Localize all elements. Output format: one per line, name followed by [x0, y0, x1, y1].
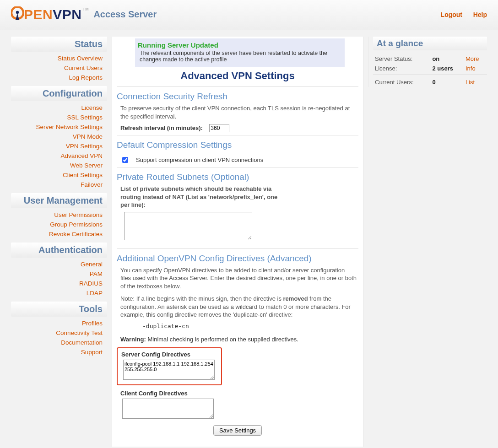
- nav-head-config: Configuration: [11, 86, 107, 101]
- glance-status-label: Server Status:: [373, 54, 430, 64]
- nav-profiles[interactable]: Profiles: [11, 318, 107, 328]
- refresh-interval-input[interactable]: [209, 124, 229, 132]
- directives-desc2: Note: If a line begins with the minus si…: [117, 295, 358, 319]
- topbar: PENVPNTM Access Server Logout Help: [0, 0, 498, 30]
- glance-status-value: on: [430, 54, 464, 64]
- logo-text-pen: PEN: [24, 7, 53, 22]
- subnets-textarea[interactable]: [124, 212, 252, 240]
- glance-users-label: Current Users:: [373, 75, 430, 87]
- save-settings-button[interactable]: Save Settings: [213, 425, 262, 436]
- glance-head: At a glance: [373, 37, 487, 50]
- logo-tm: TM: [82, 7, 89, 11]
- logo: PENVPNTM Access Server: [11, 6, 157, 23]
- refresh-label: Refresh interval (in minutes):: [120, 124, 203, 131]
- server-directives-highlight: Server Config Directives: [117, 347, 222, 385]
- nav-head-usermgmt: User Management: [11, 193, 107, 208]
- nav-failover[interactable]: Failover: [11, 180, 107, 189]
- nav-license[interactable]: License: [11, 103, 107, 113]
- directive-example: -duplicate-cn: [142, 323, 358, 329]
- nav-connectivity-test[interactable]: Connectivity Test: [11, 328, 107, 338]
- nav-log-reports[interactable]: Log Reports: [11, 73, 107, 82]
- logo-keyhole-icon: [11, 6, 24, 23]
- server-directives-textarea[interactable]: [123, 360, 215, 380]
- nav-status-overview[interactable]: Status Overview: [11, 54, 107, 63]
- nav-vpn-mode[interactable]: VPN Mode: [11, 132, 107, 141]
- nav-advanced-vpn[interactable]: Advanced VPN: [11, 151, 107, 161]
- client-directives-textarea[interactable]: [122, 399, 214, 419]
- logo-text-vpn: VPN: [53, 7, 81, 22]
- compression-label: Support compression on client VPN connec…: [136, 157, 263, 163]
- help-link[interactable]: Help: [473, 11, 487, 18]
- app-subtitle: Access Server: [93, 9, 157, 20]
- nav-head-auth: Authentication: [11, 243, 107, 258]
- page-title: Advanced VPN Settings: [117, 70, 358, 82]
- nav-web-server[interactable]: Web Server: [11, 161, 107, 170]
- nav-current-users[interactable]: Current Users: [11, 63, 107, 73]
- nav-head-status: Status: [11, 37, 107, 52]
- server-directives-label: Server Config Directives: [119, 351, 217, 358]
- nav-documentation[interactable]: Documentation: [11, 338, 107, 347]
- glance-status-link[interactable]: More: [466, 55, 479, 62]
- nav-client-settings[interactable]: Client Settings: [11, 170, 107, 180]
- sidebar: Status Status Overview Current Users Log…: [11, 37, 107, 361]
- nav-user-permissions[interactable]: User Permissions: [11, 210, 107, 220]
- glance-license-label: License:: [373, 64, 430, 75]
- nav-revoke-certs[interactable]: Revoke Certificates: [11, 229, 107, 239]
- glance-license-link[interactable]: Info: [466, 65, 476, 72]
- alert-body: The relevant components of the server ha…: [140, 50, 340, 63]
- nav-auth-ldap[interactable]: LDAP: [11, 288, 107, 298]
- glance-users-link[interactable]: List: [466, 79, 475, 86]
- nav-auth-pam[interactable]: PAM: [11, 269, 107, 279]
- glance-users-value: 0: [430, 75, 464, 87]
- main-panel: Running Server Updated The relevant comp…: [112, 37, 363, 447]
- nav-ssl[interactable]: SSL Settings: [11, 113, 107, 122]
- nav-auth-general[interactable]: General: [11, 259, 107, 269]
- alert-box: Running Server Updated The relevant comp…: [135, 38, 345, 67]
- glance-panel: At a glance Server Status: on More Licen…: [368, 37, 487, 87]
- section-subnets-head: Private Routed Subnets (Optional): [117, 172, 358, 182]
- nav-group-permissions[interactable]: Group Permissions: [11, 220, 107, 229]
- section-comp-head: Default Compression Settings: [117, 140, 358, 150]
- nav-head-tools: Tools: [11, 302, 107, 317]
- compression-checkbox[interactable]: [122, 157, 128, 163]
- section-refresh-desc: To preserve security of the client VPN c…: [117, 104, 358, 120]
- directives-warning: Warning: Minimal checking is performed o…: [117, 333, 358, 345]
- nav-server-network[interactable]: Server Network Settings: [11, 122, 107, 132]
- nav-auth-radius[interactable]: RADIUS: [11, 279, 107, 288]
- logout-link[interactable]: Logout: [441, 11, 462, 18]
- section-refresh-head: Connection Security Refresh: [117, 92, 358, 102]
- nav-support[interactable]: Support: [11, 347, 107, 357]
- directives-desc1: You can specify OpenVPN directives to be…: [117, 266, 358, 291]
- client-directives-label: Client Config Directives: [119, 390, 358, 397]
- subnets-label: List of private subnets which should be …: [117, 185, 281, 209]
- glance-license-value: 2 users: [430, 64, 464, 75]
- section-directives-head: Additional OpenVPN Config Directives (Ad…: [117, 254, 358, 264]
- alert-title: Running Server Updated: [138, 41, 340, 49]
- nav-vpn-settings[interactable]: VPN Settings: [11, 141, 107, 151]
